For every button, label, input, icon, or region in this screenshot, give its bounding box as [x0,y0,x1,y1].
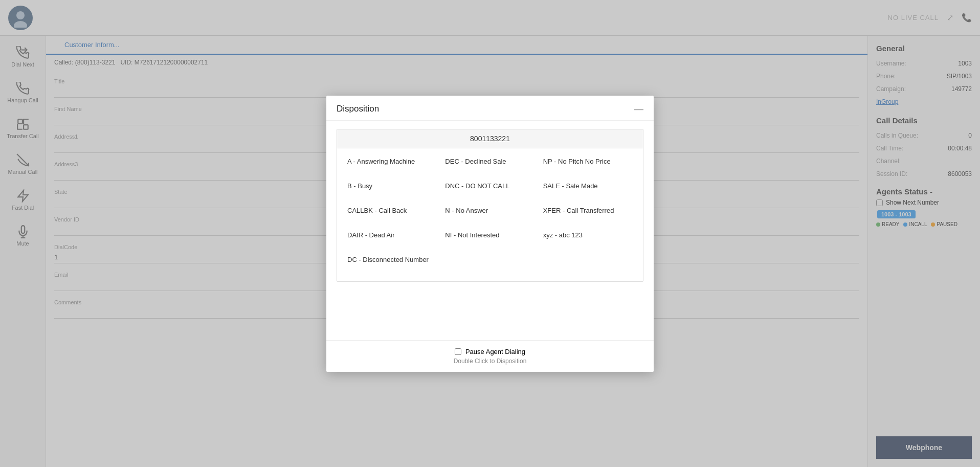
disposition-item[interactable]: xyz - abc 123 [541,230,635,249]
disposition-item[interactable]: XFER - Call Transferred [541,206,635,224]
disposition-phone-number: 8001133221 [337,129,643,148]
pause-agent-checkbox[interactable] [455,348,461,355]
disposition-item[interactable]: SALE - Sale Made [541,181,635,199]
pause-label: Pause Agent Dialing [465,348,525,355]
disposition-item[interactable]: NP - No Pitch No Price [541,157,635,175]
disposition-item[interactable]: DNC - DO NOT CALL [443,181,537,199]
disposition-item[interactable]: DAIR - Dead Air [345,230,439,249]
disposition-hint: Double Click to Disposition [454,358,527,365]
disposition-item[interactable]: A - Answering Machine [345,157,439,175]
modal-close-button[interactable]: — [634,104,643,114]
pause-row: Pause Agent Dialing [455,348,525,355]
modal-title: Disposition [337,104,379,114]
disposition-item[interactable]: CALLBK - Call Back [345,206,439,224]
modal-overlay: Disposition — 8001133221 A - Answering M… [0,0,980,467]
disposition-item[interactable]: B - Busy [345,181,439,199]
disposition-grid: A - Answering MachineDEC - Declined Sale… [337,148,643,281]
disposition-table: 8001133221 A - Answering MachineDEC - De… [337,129,643,282]
modal-body: 8001133221 A - Answering MachineDEC - De… [326,121,654,340]
disposition-item[interactable]: DC - Disconnected Number [345,255,439,273]
disposition-item[interactable]: N - No Answer [443,206,537,224]
modal-header: Disposition — [326,96,654,121]
modal-footer: Pause Agent Dialing Double Click to Disp… [326,340,654,372]
disposition-item[interactable]: DEC - Declined Sale [443,157,537,175]
disposition-item[interactable] [443,255,537,273]
disposition-item[interactable]: NI - Not Interested [443,230,537,249]
disposition-modal: Disposition — 8001133221 A - Answering M… [326,96,654,372]
disposition-item[interactable] [541,255,635,273]
